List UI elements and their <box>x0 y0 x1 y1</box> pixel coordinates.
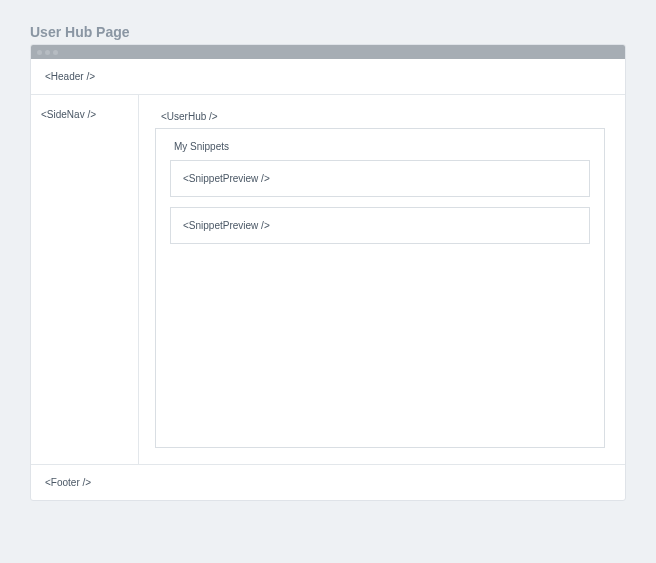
window-titlebar <box>31 45 625 59</box>
main-region: <UserHub /> My Snippets <SnippetPreview … <box>139 95 625 464</box>
userhub-label: <UserHub /> <box>161 111 605 122</box>
header-label: <Header /> <box>45 71 95 82</box>
body-region: <SideNav /> <UserHub /> My Snippets <Sni… <box>31 95 625 465</box>
wireframe-window: <Header /> <SideNav /> <UserHub /> My Sn… <box>30 44 626 501</box>
sidenav-region: <SideNav /> <box>31 95 139 464</box>
userhub-box: My Snippets <SnippetPreview /> <SnippetP… <box>155 128 605 448</box>
page-title: User Hub Page <box>30 24 626 40</box>
sidenav-label: <SideNav /> <box>41 109 96 120</box>
window-dot-icon <box>53 50 58 55</box>
footer-region: <Footer /> <box>31 465 625 500</box>
window-dot-icon <box>45 50 50 55</box>
footer-label: <Footer /> <box>45 477 91 488</box>
snippet-preview: <SnippetPreview /> <box>170 160 590 197</box>
snippet-label: <SnippetPreview /> <box>183 220 270 231</box>
section-title: My Snippets <box>174 141 590 152</box>
snippet-label: <SnippetPreview /> <box>183 173 270 184</box>
snippet-preview: <SnippetPreview /> <box>170 207 590 244</box>
header-region: <Header /> <box>31 59 625 95</box>
window-dot-icon <box>37 50 42 55</box>
